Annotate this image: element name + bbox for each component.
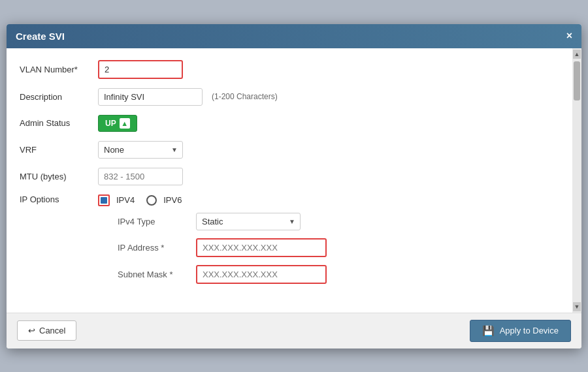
description-label: Description — [20, 92, 98, 102]
subnet-mask-row: Subnet Mask * — [118, 265, 327, 284]
admin-status-button[interactable]: UP ▲ — [98, 115, 137, 132]
ipv4-checkbox[interactable] — [98, 194, 110, 206]
ipv4-sub-section: IPv4 Type Static DHCP ▼ IP Add — [98, 213, 327, 284]
save-icon: 💾 — [482, 325, 495, 337]
subnet-mask-input[interactable] — [196, 265, 327, 284]
scroll-up-arrow[interactable]: ▲ — [573, 50, 581, 59]
description-input[interactable] — [98, 88, 203, 106]
up-arrow-icon: ▲ — [120, 118, 130, 129]
vrf-select[interactable]: None VRF1 VRF2 — [98, 141, 183, 159]
ip-address-row: IP Address * — [118, 238, 327, 257]
cancel-icon: ↩ — [28, 326, 35, 335]
ip-options-radios: IPV4 IPV6 — [98, 194, 327, 206]
scrollbar[interactable]: ▲ ▼ — [572, 48, 581, 313]
vrf-select-wrap: None VRF1 VRF2 ▼ — [98, 141, 183, 159]
dialog-header: Create SVI × — [7, 24, 581, 48]
ipv4-type-label: IPv4 Type — [118, 217, 196, 226]
ip-options-label: IP Options — [20, 194, 98, 204]
ipv6-label: IPV6 — [163, 195, 182, 205]
ip-options-content: IPV4 IPV6 IPv4 Type Static DHCP — [98, 194, 327, 292]
ipv6-radio[interactable] — [146, 195, 157, 206]
dialog-title: Create SVI — [16, 31, 65, 42]
close-button[interactable]: × — [566, 31, 572, 41]
vrf-row: VRF None VRF1 VRF2 ▼ — [20, 141, 559, 159]
mtu-row: MTU (bytes) — [20, 168, 559, 185]
ipv4-type-select[interactable]: Static DHCP — [196, 213, 301, 230]
vrf-label: VRF — [20, 145, 98, 155]
description-row: Description (1-200 Characters) — [20, 88, 559, 106]
cancel-label: Cancel — [39, 326, 65, 335]
admin-status-label: Admin Status — [20, 118, 98, 128]
apply-to-device-button[interactable]: 💾 Apply to Device — [470, 320, 571, 342]
admin-status-value: UP — [105, 119, 116, 128]
cancel-button[interactable]: ↩ Cancel — [17, 320, 76, 341]
admin-status-row: Admin Status UP ▲ — [20, 115, 559, 132]
ipv4-type-select-wrap: Static DHCP ▼ — [196, 213, 301, 230]
mtu-label: MTU (bytes) — [20, 172, 98, 181]
create-svi-dialog: Create SVI × VLAN Number* Description (1… — [7, 24, 581, 349]
dialog-content: VLAN Number* Description (1-200 Characte… — [7, 48, 572, 313]
ip-address-label: IP Address * — [118, 243, 196, 253]
ip-options-row: IP Options IPV4 IPV6 IPv4 Type — [20, 194, 559, 292]
subnet-mask-label: Subnet Mask * — [118, 270, 196, 279]
mtu-input[interactable] — [98, 168, 183, 185]
vlan-number-row: VLAN Number* — [20, 60, 559, 79]
dialog-body: VLAN Number* Description (1-200 Characte… — [7, 48, 581, 313]
ip-address-input[interactable] — [196, 238, 327, 257]
vlan-number-label: VLAN Number* — [20, 65, 98, 74]
scroll-down-arrow[interactable]: ▼ — [573, 302, 581, 311]
ipv4-label: IPV4 — [116, 195, 135, 205]
vlan-number-input[interactable] — [98, 60, 183, 79]
description-hint: (1-200 Characters) — [212, 92, 278, 101]
apply-label: Apply to Device — [500, 326, 559, 335]
scrollbar-thumb[interactable] — [574, 61, 580, 101]
dialog-footer: ↩ Cancel 💾 Apply to Device — [7, 313, 581, 349]
ipv4-type-row: IPv4 Type Static DHCP ▼ — [118, 213, 327, 230]
